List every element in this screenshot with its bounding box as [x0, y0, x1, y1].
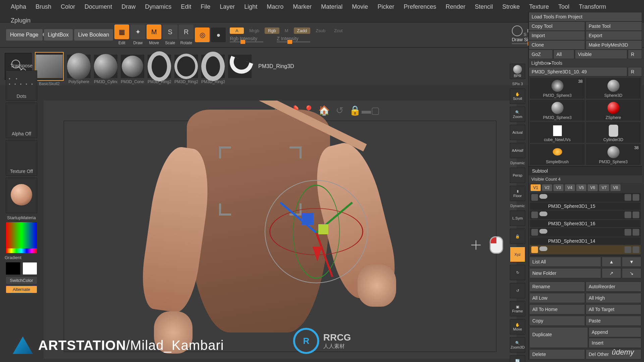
- zoom3d-button[interactable]: 🔍Zoom3D: [510, 337, 525, 353]
- all-to-target-button[interactable]: All To Target: [586, 304, 641, 314]
- tool-thumb-7[interactable]: 38PM3D_Sphere3: [586, 144, 641, 165]
- tool-thumb-2[interactable]: PM3D_Sphere3: [530, 100, 585, 121]
- alternate-button[interactable]: Alternate: [6, 286, 37, 293]
- gizmo-toggle-button[interactable]: ◎: [195, 27, 210, 42]
- frame-button[interactable]: ▣Frame: [510, 301, 525, 316]
- canvas[interactable]: ⚙ 📌 📍 🏠 ↺ 🔒 ▬▢: [44, 101, 517, 359]
- all-high-button[interactable]: All High: [586, 293, 641, 303]
- material-button[interactable]: [6, 178, 37, 213]
- menu-draw[interactable]: Draw: [117, 0, 140, 14]
- tool-thumb-6[interactable]: SimpleBrush: [530, 144, 585, 165]
- z-axis-button[interactable]: ↺: [510, 283, 525, 298]
- view-v3[interactable]: V3: [553, 184, 564, 191]
- menu-file[interactable]: File: [196, 0, 215, 14]
- tool-thumb-3[interactable]: ZSphere: [586, 100, 641, 121]
- z-intensity-slider[interactable]: [277, 41, 310, 43]
- copy-subtool-button[interactable]: Copy: [529, 316, 585, 326]
- active-tool-r[interactable]: R: [628, 67, 642, 76]
- st-brush-icon[interactable]: [633, 194, 639, 201]
- subtool-row-dots-1[interactable]: [530, 210, 641, 219]
- menu-stencil[interactable]: Stencil: [470, 0, 498, 14]
- st-vis-icon[interactable]: [625, 212, 631, 218]
- rotate-mode-button[interactable]: R: [179, 24, 194, 39]
- menu-material[interactable]: Material: [316, 0, 347, 14]
- quickpick-item-1[interactable]: PolySphere: [67, 55, 91, 78]
- persp-button[interactable]: Persp: [510, 168, 525, 183]
- goz-all-button[interactable]: All: [553, 50, 574, 59]
- delete-button[interactable]: Delete: [529, 349, 585, 359]
- menu-transform[interactable]: Transform: [574, 0, 611, 14]
- menu-tool[interactable]: Tool: [554, 0, 574, 14]
- aahalf-button[interactable]: AAHalf: [510, 143, 525, 158]
- rgb-intensity-slider[interactable]: [230, 41, 263, 43]
- goz-visible-button[interactable]: Visible: [575, 50, 627, 59]
- bpr-button[interactable]: BPR: [510, 64, 525, 79]
- alpha-button[interactable]: Alpha Off: [6, 103, 37, 138]
- goz-button[interactable]: GoZ: [529, 50, 553, 59]
- model-viewport[interactable]: [121, 110, 396, 344]
- menu-render[interactable]: Render: [441, 0, 470, 14]
- subtool-row-dots-2[interactable]: [530, 228, 641, 237]
- zoom-button[interactable]: 🔍Zoom: [510, 107, 525, 122]
- menu-alpha[interactable]: Alpha: [6, 0, 31, 14]
- all-low-button[interactable]: All Low: [529, 293, 585, 303]
- new-folder-button[interactable]: New Folder: [529, 268, 601, 278]
- move-down-button[interactable]: ↘: [622, 268, 641, 278]
- view-v8[interactable]: V8: [610, 184, 621, 191]
- floor-button[interactable]: ⬍Floor: [510, 186, 525, 201]
- swatch-white[interactable]: [22, 262, 37, 275]
- menu-light[interactable]: Light: [239, 0, 262, 14]
- st-vis-icon[interactable]: [625, 194, 631, 201]
- subtool-header[interactable]: Subtool: [529, 166, 642, 175]
- scroll-button[interactable]: ✋Scroll: [510, 88, 525, 104]
- subtool-row-active[interactable]: [530, 245, 641, 254]
- edit-mode-button[interactable]: ▦: [114, 24, 129, 39]
- autoreorder-button[interactable]: AutoReorder: [586, 282, 641, 292]
- subtool-row-0[interactable]: PM3D_Sphere3D1_15: [530, 202, 641, 210]
- menu-picker[interactable]: Picker: [373, 0, 399, 14]
- duplicate-button[interactable]: Duplicate: [529, 327, 588, 348]
- rgb-toggle[interactable]: Rgb: [265, 27, 279, 34]
- dynamic-label-2[interactable]: Dynamic: [511, 204, 525, 208]
- lsym-button[interactable]: L.Sym: [510, 210, 525, 226]
- view-v6[interactable]: V6: [588, 184, 598, 191]
- paste-tool-button[interactable]: Paste Tool: [586, 21, 642, 31]
- menu-dynamics[interactable]: Dynamics: [140, 0, 176, 14]
- eye-icon[interactable]: [539, 229, 547, 234]
- menu-marker[interactable]: Marker: [288, 0, 316, 14]
- eye-icon[interactable]: [539, 194, 547, 199]
- zsub-toggle[interactable]: Zsub: [312, 27, 329, 34]
- copy-tool-button[interactable]: Copy Tool: [529, 21, 585, 31]
- texture-button[interactable]: Texture Off: [6, 140, 37, 176]
- draw-mode-button[interactable]: ✦: [130, 24, 145, 39]
- st-vis-icon[interactable]: [625, 229, 631, 236]
- menu-document[interactable]: Document: [80, 0, 117, 14]
- eye-icon[interactable]: [539, 246, 547, 251]
- load-tools-button[interactable]: Load Tools From Project: [529, 12, 642, 21]
- import-button[interactable]: Import: [529, 31, 585, 40]
- menu-layer[interactable]: Layer: [215, 0, 239, 14]
- menu-texture[interactable]: Texture: [525, 0, 554, 14]
- home-page-button[interactable]: Home Page: [6, 29, 43, 41]
- lock-button[interactable]: 🔒: [510, 229, 525, 244]
- arrow-up-button[interactable]: ▲: [602, 257, 621, 267]
- list-all-button[interactable]: List All: [529, 257, 601, 267]
- move-mode-button[interactable]: M: [147, 24, 161, 39]
- move-up-button[interactable]: ↗: [602, 268, 621, 278]
- st-brush-icon[interactable]: [633, 229, 639, 236]
- live-boolean-button[interactable]: Live Boolean: [74, 29, 113, 41]
- view-v5[interactable]: V5: [576, 184, 586, 191]
- st-brush-icon[interactable]: [633, 212, 639, 218]
- menu-color[interactable]: Color: [56, 0, 80, 14]
- menu-movie[interactable]: Movie: [347, 0, 373, 14]
- paste-subtool-button[interactable]: Paste: [586, 316, 641, 326]
- tool-thumb-1[interactable]: Sphere3D: [586, 78, 641, 99]
- stroke-dots-button[interactable]: • • • • • • • Dots: [6, 70, 37, 101]
- quickpick-item-5[interactable]: PM3D_Ring2B: [174, 55, 198, 78]
- lightbox-tools-header[interactable]: Lightbox▸Tools: [529, 59, 642, 67]
- sphere-preview-icon[interactable]: ●: [211, 27, 226, 42]
- rename-button[interactable]: Rename: [529, 282, 585, 292]
- color-picker[interactable]: [6, 222, 37, 253]
- switch-color-button[interactable]: SwitchColor: [6, 277, 37, 284]
- subtool-row-2[interactable]: PM3D_Sphere3D1_14: [530, 237, 641, 245]
